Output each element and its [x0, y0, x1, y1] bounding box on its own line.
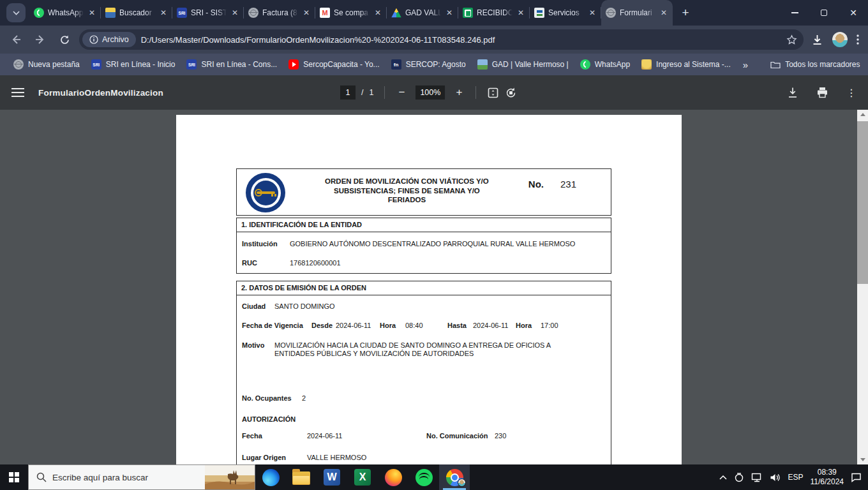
- ruc-row: RUC 1768120600001: [242, 259, 606, 267]
- taskbar-chrome-active[interactable]: [439, 464, 470, 490]
- page-number-input[interactable]: 1: [340, 85, 355, 100]
- scroll-up-button[interactable]: [857, 110, 868, 119]
- tab-recibido[interactable]: RECIBIDO ✕: [458, 0, 530, 26]
- file-explorer-icon: [292, 471, 310, 485]
- pdf-download-icon[interactable]: [787, 87, 798, 98]
- bookmark-label: SRI en Línea - Cons...: [201, 60, 277, 69]
- bookmark-nueva-pestana[interactable]: Nueva pestaña: [8, 56, 86, 73]
- bookmark-star-button[interactable]: [786, 34, 797, 45]
- taskbar-file-explorer[interactable]: [286, 464, 317, 490]
- tab-close-icon[interactable]: ✕: [516, 8, 525, 17]
- viewer-scrollbar[interactable]: [857, 110, 868, 464]
- excel-icon: [354, 469, 371, 486]
- all-bookmarks-button[interactable]: Todos los marcadores: [765, 56, 865, 73]
- volume-icon[interactable]: [770, 473, 781, 482]
- rotate-icon[interactable]: [505, 87, 517, 99]
- reload-icon: [59, 34, 70, 45]
- pdf-more-options-icon[interactable]: ⋮: [846, 87, 857, 99]
- tab-gmail[interactable]: Se compa ✕: [315, 0, 387, 26]
- taskbar-word[interactable]: [317, 464, 347, 490]
- ruc-value: 1768120600001: [290, 259, 341, 267]
- taskbar-edge[interactable]: [255, 464, 286, 490]
- tab-whatsapp[interactable]: WhatsApp ✕: [29, 0, 101, 26]
- maximize-button[interactable]: [809, 0, 839, 26]
- section-identificacion: 1. IDENTIFICACIÓN DE LA ENTIDAD Instituc…: [236, 218, 611, 274]
- downloads-icon[interactable]: [811, 34, 823, 46]
- fit-to-page-icon[interactable]: [487, 87, 499, 99]
- tab-close-icon[interactable]: ✕: [230, 8, 239, 17]
- close-button[interactable]: ✕: [839, 0, 868, 26]
- sri-icon: [177, 8, 187, 18]
- zoom-level-input[interactable]: 100%: [415, 85, 445, 100]
- bookmark-gad-valle-hermoso[interactable]: GAD | Valle Hermoso |: [472, 56, 574, 73]
- tab-search-button[interactable]: [6, 3, 26, 22]
- bookmark-sri-inicio[interactable]: SRI en Línea - Inicio: [86, 56, 181, 73]
- section2-header: 2. DATOS DE EMISIÓN DE LA ORDEN: [237, 281, 611, 295]
- tab-title: WhatsApp: [48, 8, 84, 17]
- antelope-illustration: [205, 465, 255, 489]
- action-center-icon[interactable]: [851, 472, 862, 482]
- whatsapp-icon: [34, 8, 44, 18]
- address-bar[interactable]: Archivo D:/Users/Master/Downloads/Formul…: [79, 29, 804, 50]
- scroll-up-icon: [860, 113, 865, 116]
- bookmarks-overflow-button[interactable]: »: [737, 59, 754, 70]
- ciudad-value: SANTO DOMINGO: [274, 302, 335, 311]
- taskbar-search-box[interactable]: Escribe aquí para buscar: [28, 464, 255, 490]
- tab-buscador[interactable]: Buscador ✕: [101, 0, 172, 26]
- section-datos-emision: 2. DATOS DE EMISIÓN DE LA ORDEN Ciudad S…: [236, 281, 611, 464]
- hora-hasta-value: 17:00: [541, 322, 558, 330]
- sri-icon: [91, 59, 101, 70]
- tab-close-icon[interactable]: ✕: [159, 8, 168, 17]
- word-icon: [324, 469, 340, 486]
- file-scheme-chip[interactable]: Archivo: [82, 32, 136, 47]
- tab-close-icon[interactable]: ✕: [659, 8, 668, 17]
- tab-formulario-active[interactable]: Formulari ✕: [601, 0, 673, 26]
- taskbar-excel[interactable]: [347, 464, 378, 490]
- bookmark-sercop-agosto[interactable]: SERCOP: Agosto: [385, 56, 472, 73]
- bookmark-sercopcapacita[interactable]: SercopCapacita - Yo...: [283, 56, 385, 73]
- chrome-profile-avatar: [458, 479, 466, 487]
- tab-close-icon[interactable]: ✕: [87, 8, 96, 17]
- reload-button[interactable]: [55, 30, 74, 49]
- taskbar-spotify[interactable]: [408, 464, 439, 490]
- new-tab-button[interactable]: +: [677, 4, 694, 22]
- tray-expand-icon[interactable]: [719, 475, 727, 480]
- zoom-in-button[interactable]: +: [453, 86, 465, 99]
- onedrive-status-icon[interactable]: [734, 472, 744, 482]
- zoom-out-button[interactable]: −: [396, 86, 407, 99]
- bookmark-ingreso-sistema[interactable]: Ingreso al Sistema -...: [636, 56, 737, 73]
- tab-close-icon[interactable]: ✕: [588, 8, 597, 17]
- taskbar-firefox[interactable]: [378, 464, 408, 490]
- profile-avatar[interactable]: [832, 32, 848, 47]
- pdf-toolbar: FormularioOrdenMovilizacion 1 / 1 − 100%…: [0, 75, 868, 110]
- ocupantes-label: No. Ocupantes: [242, 394, 302, 403]
- forward-button[interactable]: [31, 30, 50, 49]
- scrollbar-thumb[interactable]: [857, 121, 868, 284]
- bookmark-label: Ingreso al Sistema -...: [656, 60, 731, 69]
- search-highlight-image[interactable]: [205, 465, 255, 489]
- ethernet-network-icon[interactable]: [751, 473, 763, 482]
- print-icon[interactable]: [816, 87, 828, 98]
- tab-factura[interactable]: Factura (8 ✕: [244, 0, 315, 26]
- tab-close-icon[interactable]: ✕: [302, 8, 311, 17]
- pdf-menu-icon[interactable]: [11, 88, 24, 97]
- start-button[interactable]: [0, 464, 28, 490]
- tab-servicios[interactable]: Servicios ✕: [530, 0, 601, 26]
- fecha-row: Fecha 2024-06-11 No. Comunicación 230: [242, 432, 606, 440]
- desde-label: Desde: [311, 322, 336, 330]
- form-title: ORDEN DE MOVILIZACIÓN CON VIÁTICOS Y/O S…: [288, 172, 526, 212]
- pdf-document-title: FormularioOrdenMovilizacion: [38, 88, 163, 98]
- clock-date: 11/6/2024: [811, 477, 844, 487]
- taskbar-clock[interactable]: 08:39 11/6/2024: [811, 468, 844, 487]
- bookmark-whatsapp[interactable]: WhatsApp: [574, 56, 636, 73]
- tab-close-icon[interactable]: ✕: [373, 8, 382, 17]
- tab-close-icon[interactable]: ✕: [445, 8, 454, 17]
- scroll-down-button[interactable]: [857, 455, 868, 464]
- bookmark-sri-consultas[interactable]: SRI en Línea - Cons...: [181, 56, 283, 73]
- browser-menu-icon[interactable]: [857, 34, 859, 45]
- language-indicator[interactable]: ESP: [788, 473, 803, 482]
- tab-sri-sistema[interactable]: SRI - SISTE ✕: [172, 0, 244, 26]
- tab-gad-drive[interactable]: GAD VALL ✕: [387, 0, 458, 26]
- back-button[interactable]: [6, 30, 26, 49]
- minimize-button[interactable]: [780, 0, 809, 26]
